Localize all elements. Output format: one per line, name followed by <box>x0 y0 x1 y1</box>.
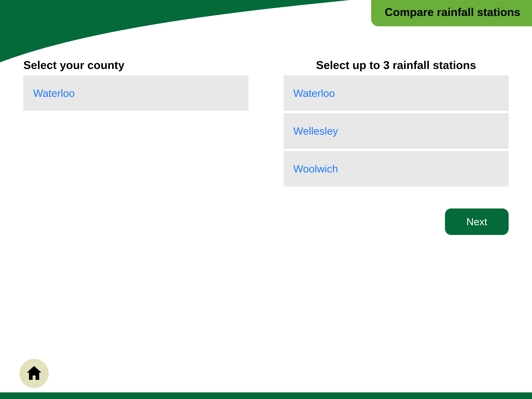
county-item[interactable]: Waterloo <box>23 75 248 111</box>
home-icon <box>25 365 43 383</box>
next-button-label: Next <box>466 216 487 227</box>
station-item[interactable]: Wellesley <box>284 113 509 149</box>
main-content: Select your county Waterloo Select up to… <box>23 58 509 189</box>
station-item[interactable]: Waterloo <box>284 75 509 111</box>
county-column: Select your county Waterloo <box>23 58 248 189</box>
next-button[interactable]: Next <box>445 208 509 235</box>
station-item-label: Waterloo <box>293 87 335 99</box>
county-heading: Select your county <box>23 58 248 71</box>
station-item-label: Woolwich <box>293 163 338 174</box>
home-button[interactable] <box>19 359 49 388</box>
page-title: Compare rainfall stations <box>385 6 520 18</box>
station-item[interactable]: Woolwich <box>284 151 509 187</box>
stations-column: Select up to 3 rainfall stations Waterlo… <box>284 58 509 189</box>
bottom-bar <box>0 392 532 399</box>
page-title-tab: Compare rainfall stations <box>371 0 532 26</box>
stations-heading: Select up to 3 rainfall stations <box>284 58 509 71</box>
station-item-label: Wellesley <box>293 125 338 137</box>
county-item-label: Waterloo <box>33 87 75 99</box>
